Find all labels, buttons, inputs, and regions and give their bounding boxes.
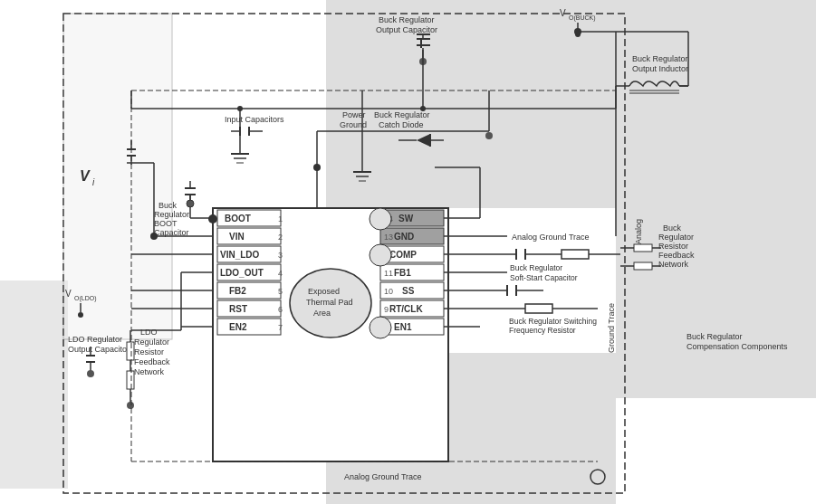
pin-sw: SW: [398, 214, 414, 223]
svg-text:Catch Diode: Catch Diode: [379, 120, 424, 129]
svg-text:Regulator: Regulator: [658, 233, 694, 242]
svg-point-134: [127, 402, 134, 409]
vi-label: V: [80, 168, 91, 184]
vo-buck-label: V: [560, 8, 566, 18]
svg-point-46: [370, 208, 391, 230]
input-caps-label: Input Capacitors: [225, 115, 284, 124]
buck-boot-cap-label: Buck: [158, 201, 178, 210]
svg-rect-129: [127, 342, 134, 360]
svg-text:10: 10: [384, 287, 393, 296]
svg-point-9: [78, 312, 83, 318]
ldo-output-cap-label: LDO Regulator: [68, 335, 122, 344]
svg-rect-58: [562, 250, 589, 259]
svg-text:Network: Network: [134, 367, 165, 376]
analog-ground-trace-bottom-label: Analog Ground Trace: [344, 472, 422, 481]
svg-text:1: 1: [278, 214, 283, 223]
svg-text:2: 2: [278, 233, 283, 242]
pin-en1: EN1: [394, 322, 412, 332]
buck-output-inductor-label: Buck Regulator: [632, 54, 688, 63]
svg-point-159: [313, 164, 321, 171]
svg-text:Output Capacitor: Output Capacitor: [376, 25, 437, 34]
svg-text:3: 3: [278, 251, 283, 260]
svg-point-177: [237, 106, 243, 111]
pin-ss: SS: [402, 286, 415, 296]
svg-text:6: 6: [278, 305, 283, 314]
pin-comp: COMP: [389, 250, 417, 260]
pin-fb1: FB1: [394, 268, 411, 278]
soft-start-label: Buck Regulator: [510, 263, 562, 272]
svg-text:Output Capacitor: Output Capacitor: [68, 345, 130, 354]
svg-rect-116: [634, 262, 652, 270]
buck-output-cap-label: Buck Regulator: [379, 15, 435, 24]
svg-text:Resistor: Resistor: [134, 347, 164, 357]
svg-text:O(BUCK): O(BUCK): [569, 14, 596, 22]
svg-text:Output Inductor: Output Inductor: [632, 64, 688, 73]
svg-text:11: 11: [384, 269, 393, 278]
svg-text:Network: Network: [658, 260, 689, 269]
svg-point-160: [150, 233, 158, 240]
svg-rect-30: [217, 319, 281, 335]
circuit-diagram: V i V O(LDO) V O(BUCK) Exposed Thermal P…: [0, 0, 816, 504]
ldo-feedback-label: LDO: [140, 328, 158, 337]
svg-point-78: [187, 200, 194, 207]
svg-rect-26: [217, 282, 281, 299]
svg-rect-28: [217, 300, 281, 317]
svg-text:Area: Area: [313, 309, 331, 318]
analog-ground-trace-top-label: Analog Ground Trace: [512, 233, 590, 242]
pin-rt-clk: RT/CLK: [389, 304, 423, 314]
svg-text:BOOT: BOOT: [154, 219, 178, 228]
svg-rect-3: [0, 281, 68, 489]
svg-text:Thermal Pad: Thermal Pad: [306, 298, 353, 307]
svg-text:Compensation Components: Compensation Components: [686, 342, 788, 351]
svg-point-172: [420, 106, 426, 111]
pin-ldo-out: LDO_OUT: [220, 268, 264, 278]
svg-point-149: [485, 132, 493, 139]
svg-text:Regulator: Regulator: [134, 338, 169, 347]
pin-rst: RST: [229, 304, 247, 314]
diagram-container: V i V O(LDO) V O(BUCK) Exposed Thermal P…: [0, 0, 816, 504]
svg-point-48: [370, 317, 391, 338]
switching-freq-label: Buck Regulator Switching: [509, 317, 597, 326]
svg-text:Soft-Start Capacitor: Soft-Start Capacitor: [510, 273, 578, 282]
svg-text:Frequency Resistor: Frequency Resistor: [509, 326, 576, 335]
pin-en2: EN2: [229, 322, 247, 332]
svg-rect-0: [326, 0, 616, 208]
svg-text:O(LDO): O(LDO): [74, 295, 97, 302]
svg-text:Feedback: Feedback: [134, 357, 170, 366]
pin-boot: BOOT: [225, 214, 251, 223]
svg-point-47: [370, 244, 391, 266]
ground-trace-label: Ground Trace: [607, 303, 616, 353]
catch-diode-label: Buck Regulator: [374, 110, 430, 119]
svg-text:9: 9: [384, 305, 389, 314]
svg-text:13: 13: [384, 233, 393, 242]
svg-text:Resistor: Resistor: [658, 242, 688, 251]
svg-text:Regulator: Regulator: [154, 210, 189, 219]
analog-label: Analog: [634, 219, 643, 244]
svg-text:5: 5: [278, 287, 283, 296]
svg-point-17: [208, 214, 217, 223]
pin-vin: VIN: [229, 232, 245, 242]
svg-rect-67: [525, 304, 552, 313]
svg-text:4: 4: [278, 269, 283, 278]
pin-gnd: GND: [394, 232, 414, 242]
pin-fb2: FB2: [229, 286, 246, 296]
buck-feedback-label: Buck: [663, 223, 682, 233]
svg-point-124: [87, 370, 94, 377]
svg-rect-20: [217, 228, 281, 244]
svg-text:7: 7: [278, 323, 283, 332]
vo-ldo-label: V: [65, 289, 72, 299]
svg-rect-132: [127, 371, 134, 389]
exposed-pad-label: Exposed: [308, 287, 340, 296]
buck-comp-label: Buck Regulator: [686, 332, 743, 341]
svg-text:Feedback: Feedback: [658, 251, 695, 260]
pin-vin-ldo: VIN_LDO: [220, 250, 260, 260]
svg-rect-113: [634, 244, 652, 252]
